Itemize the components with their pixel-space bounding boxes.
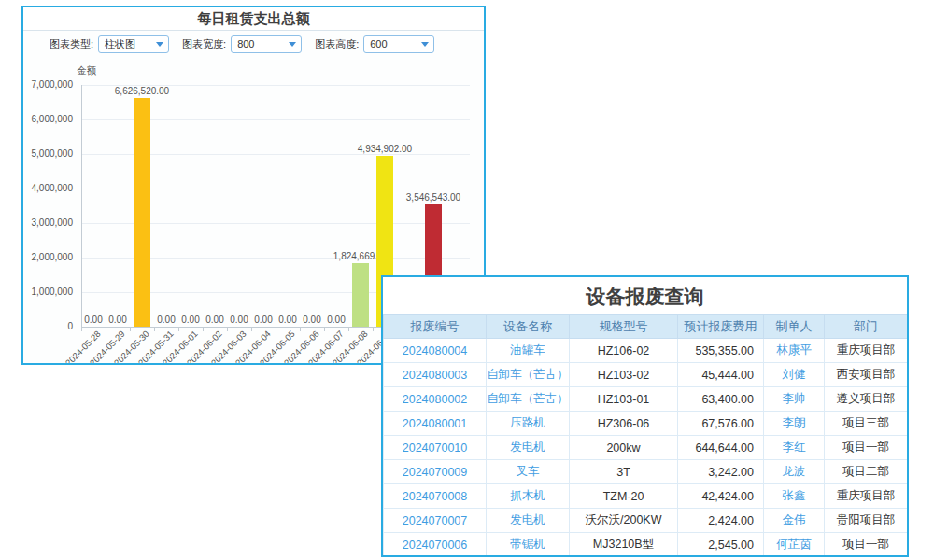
cell-department: 项目二部 (825, 460, 908, 484)
cell-equipment-name[interactable]: 油罐车 (487, 339, 570, 363)
x-axis-tick (227, 328, 228, 331)
cell-model: HZ103-02 (570, 363, 678, 387)
cell-creator[interactable]: 李帅 (764, 387, 825, 412)
cell-cost: 67,576.00 (678, 412, 764, 436)
chevron-down-icon (421, 42, 429, 47)
column-header-model: 规格型号 (570, 315, 678, 339)
cell-scrap-no[interactable]: 2024070010 (384, 436, 487, 460)
cell-department: 贵阳项目部 (825, 509, 908, 533)
column-header-cost: 预计报废费用 (678, 315, 764, 339)
cell-scrap-no[interactable]: 2024070009 (384, 460, 487, 484)
x-axis-tick (203, 328, 204, 331)
bar-value-label: 6,626,520.00 (95, 86, 189, 96)
cell-equipment-name[interactable]: 自卸车（芒古） (487, 387, 570, 412)
x-axis-tick (130, 328, 131, 331)
cell-cost: 2,545.00 (678, 533, 764, 557)
table-row: 2024080004油罐车HZ106-02535,355.00林康平重庆项目部 (384, 339, 908, 363)
column-header-department: 部门 (825, 315, 908, 339)
cell-creator[interactable]: 金伟 (764, 509, 825, 533)
cell-equipment-name[interactable]: 抓木机 (487, 484, 570, 509)
cell-creator[interactable]: 刘健 (764, 363, 825, 387)
x-axis-tick (276, 328, 276, 331)
cell-creator[interactable]: 张鑫 (764, 484, 825, 509)
table-row: 2024080003自卸车（芒古）HZ103-0245,444.00刘健西安项目… (384, 363, 908, 387)
cell-model: MJ3210B型 (570, 533, 678, 557)
table-row: 2024070007发电机沃尔沃/200KW2,424.00金伟贵阳项目部 (384, 509, 908, 533)
x-axis-tick (324, 328, 325, 331)
x-axis-tick (300, 328, 301, 331)
y-axis-tick-label: 4,000,000 (23, 184, 73, 193)
cell-equipment-name[interactable]: 压路机 (487, 412, 570, 436)
cell-creator[interactable]: 何芷茵 (764, 533, 825, 557)
table-row: 2024070006带锯机MJ3210B型2,545.00何芷茵项目一部 (384, 533, 908, 557)
chart-height-label: 图表高度: (315, 37, 359, 51)
y-axis-tick-label: 5,000,000 (23, 149, 73, 159)
column-header-equipment-name: 设备名称 (487, 315, 570, 339)
cell-scrap-no[interactable]: 2024080004 (384, 339, 487, 363)
cell-equipment-name[interactable]: 带锯机 (487, 533, 570, 557)
cell-model: HZ106-02 (570, 339, 678, 363)
cell-creator[interactable]: 李红 (764, 436, 825, 460)
cell-scrap-no[interactable]: 2024070007 (384, 509, 487, 533)
cell-model: 200kw (570, 436, 678, 460)
table-row: 2024080002自卸车（芒古）HZ103-0163,400.00李帅遵义项目… (384, 387, 908, 412)
x-axis-tick (106, 328, 106, 331)
chart-width-select[interactable]: 800 (231, 35, 302, 53)
chart-type-select[interactable]: 柱状图 (98, 35, 169, 53)
chart-height-select[interactable]: 600 (363, 35, 434, 53)
chart-type-label: 图表类型: (50, 37, 93, 51)
scrap-table: 报废编号设备名称规格型号预计报废费用制单人部门 2024080004油罐车HZ1… (383, 314, 908, 557)
y-axis-line (81, 85, 82, 327)
cell-scrap-no[interactable]: 2024080003 (384, 363, 487, 387)
cell-model: HZ306-06 (570, 412, 678, 436)
cell-scrap-no[interactable]: 2024070008 (384, 484, 487, 509)
table-row: 2024070010发电机200kw644,644.00李红项目一部 (384, 436, 908, 460)
cell-department: 遵义项目部 (825, 387, 908, 412)
x-axis-tick (178, 328, 179, 331)
cell-cost: 63,400.00 (678, 387, 764, 412)
cell-model: HZ103-01 (570, 387, 678, 412)
cell-department: 项目一部 (825, 533, 908, 557)
cell-creator[interactable]: 林康平 (764, 339, 825, 363)
chart-width-label: 图表宽度: (182, 37, 226, 51)
y-axis-tick-label: 3,000,000 (23, 218, 73, 228)
cell-equipment-name[interactable]: 叉车 (487, 460, 570, 484)
cell-cost: 644,644.00 (678, 436, 764, 460)
chart-height-value: 600 (370, 38, 387, 49)
chevron-down-icon (156, 42, 163, 47)
cell-equipment-name[interactable]: 自卸车（芒古） (487, 363, 570, 387)
x-axis-tick (373, 328, 374, 331)
scrap-query-panel: 设备报废查询 报废编号设备名称规格型号预计报废费用制单人部门 202408000… (381, 275, 909, 557)
x-axis-tick (81, 328, 82, 331)
table-header-row: 报废编号设备名称规格型号预计报废费用制单人部门 (384, 315, 908, 339)
cell-scrap-no[interactable]: 2024070006 (384, 533, 487, 557)
x-axis-tick (348, 328, 349, 331)
y-axis-tick-label: 2,000,000 (23, 253, 73, 262)
cell-department: 西安项目部 (825, 363, 908, 387)
cell-model: 3T (570, 460, 678, 484)
cell-creator[interactable]: 李朗 (764, 412, 825, 436)
cell-equipment-name[interactable]: 发电机 (487, 509, 570, 533)
cell-creator[interactable]: 龙波 (764, 460, 825, 484)
cell-department: 项目三部 (825, 412, 908, 436)
y-axis-title: 金额 (77, 64, 96, 77)
cell-cost: 535,355.00 (678, 339, 764, 363)
column-header-creator: 制单人 (764, 315, 825, 339)
cell-cost: 42,424.00 (678, 484, 764, 509)
cell-scrap-no[interactable]: 2024080001 (384, 412, 487, 436)
y-axis-tick-label: 1,000,000 (23, 287, 73, 297)
chart-bar (134, 98, 150, 327)
y-axis-tick-label: 6,000,000 (23, 115, 73, 124)
chart-controls: 图表类型: 柱状图 图表宽度: 800 图表高度: 600 (23, 34, 484, 54)
column-header-scrap-no: 报废编号 (384, 315, 487, 339)
chevron-down-icon (289, 42, 296, 47)
cell-department: 项目一部 (825, 436, 908, 460)
x-axis-tick (154, 328, 155, 331)
chart-type-value: 柱状图 (105, 38, 135, 49)
table-row: 2024070008抓木机TZM-2042,424.00张鑫重庆项目部 (384, 484, 908, 509)
chart-width-value: 800 (237, 38, 254, 49)
cell-scrap-no[interactable]: 2024080002 (384, 387, 487, 412)
cell-model: TZM-20 (570, 484, 678, 509)
cell-department: 重庆项目部 (825, 484, 908, 509)
cell-equipment-name[interactable]: 发电机 (487, 436, 570, 460)
